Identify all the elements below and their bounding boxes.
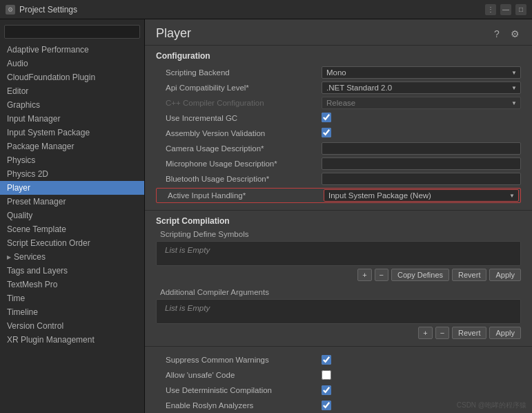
camera-usage-input[interactable] (322, 142, 521, 155)
api-compat-row: Api Compatibility Level* .NET Standard 2… (156, 80, 521, 95)
sidebar-item-cloudfoundation[interactable]: CloudFoundation Plugin (0, 70, 144, 84)
remove-define-button[interactable]: − (375, 269, 388, 281)
api-compat-dropdown[interactable]: .NET Standard 2.0 .NET 4.x (322, 81, 521, 94)
scripting-backend-row: Scripting Backend Mono IL2CPP (156, 65, 521, 80)
remove-compiler-arg-button[interactable]: − (435, 327, 449, 339)
window-icon: ⚙ (6, 5, 15, 15)
revert-defines-button[interactable]: Revert (452, 269, 486, 281)
microphone-usage-row: Microphone Usage Description* (156, 156, 521, 171)
additional-compiler-label: Additional Compiler Arguments (156, 287, 521, 298)
sidebar-item-version-control[interactable]: Version Control (0, 319, 144, 333)
page-title: Player (156, 26, 191, 41)
header-icons: ? ⚙ (491, 28, 521, 40)
sidebar-item-time[interactable]: Time (0, 291, 144, 305)
sidebar-item-physics[interactable]: Physics (0, 153, 144, 167)
sidebar-item-timeline[interactable]: Timeline (0, 305, 144, 319)
configuration-label: Configuration (156, 51, 521, 61)
minimize-button[interactable]: — (500, 4, 511, 15)
incremental-gc-checkbox[interactable] (322, 113, 331, 122)
window-title: Project Settings (19, 5, 77, 15)
active-input-row: Active Input Handling* Input System Pack… (156, 188, 521, 203)
api-compat-label: Api Compatibility Level* (156, 84, 322, 92)
cpp-compiler-row: C++ Compiler Configuration Release Debug… (156, 95, 521, 111)
apply-defines-button[interactable]: Apply (489, 269, 521, 281)
sidebar-item-preset-manager[interactable]: Preset Manager (0, 195, 144, 209)
settings-icon[interactable]: ⚙ (509, 28, 521, 40)
sidebar-item-tags-layers[interactable]: Tags and Layers (0, 264, 144, 278)
incremental-gc-label: Use Incremental GC (156, 114, 322, 122)
help-icon[interactable]: ? (491, 28, 503, 40)
sidebar-item-package-manager[interactable]: Package Manager (0, 140, 144, 153)
sidebar-item-script-execution[interactable]: Script Execution Order (0, 236, 144, 250)
scripting-define-label: Scripting Define Symbols (156, 229, 521, 240)
sidebar-item-physics2d[interactable]: Physics 2D (0, 167, 144, 181)
unsafe-code-row: Allow 'unsafe' Code (156, 367, 521, 383)
camera-usage-row: Camera Usage Description* (156, 141, 521, 156)
sidebar-item-player[interactable]: Player (0, 181, 144, 195)
sidebar-item-input-system[interactable]: Input System Package (0, 126, 144, 140)
sidebar-item-audio[interactable]: Audio (0, 57, 144, 70)
apply-args-button[interactable]: Apply (489, 327, 521, 339)
sidebar-item-adaptive-performance[interactable]: Adaptive Performance (0, 43, 144, 57)
scripting-backend-dropdown[interactable]: Mono IL2CPP (322, 66, 521, 79)
sidebar-item-quality[interactable]: Quality (0, 209, 144, 222)
scripting-backend-label: Scripting Backend (156, 68, 322, 77)
suppress-warnings-row: Suppress Common Warnings (156, 352, 521, 367)
active-input-dropdown-wrapper: Input System Package (New) Input Manager… (324, 189, 519, 202)
api-compat-dropdown-wrapper: .NET Standard 2.0 .NET 4.x (322, 81, 521, 94)
active-input-label: Active Input Handling* (158, 191, 324, 200)
suppress-warnings-label: Suppress Common Warnings (156, 356, 322, 364)
maximize-button[interactable]: □ (515, 4, 526, 15)
sidebar-item-xr-plugin[interactable]: XR Plugin Management (0, 333, 144, 347)
list-empty-2: List is Empty (161, 302, 516, 314)
main-layout: Adaptive Performance Audio CloudFoundati… (0, 19, 532, 413)
assembly-version-checkbox[interactable] (322, 128, 331, 137)
copy-defines-button[interactable]: Copy Defines (391, 269, 449, 281)
content-header: Player ? ⚙ (145, 19, 532, 46)
content-area: Player ? ⚙ Configuration Scripting Backe… (145, 19, 532, 413)
script-toolbar-1: + − Copy Defines Revert Apply (156, 267, 521, 282)
suppress-warnings-checkbox[interactable] (322, 355, 331, 365)
sidebar-item-editor[interactable]: Editor (0, 84, 144, 98)
roslyn-analyzers-checkbox[interactable] (322, 401, 331, 410)
more-options-icon[interactable]: ⋮ (485, 4, 496, 15)
configuration-section: Configuration Scripting Backend Mono IL2… (145, 46, 532, 210)
bluetooth-usage-input[interactable] (322, 173, 521, 185)
assembly-version-label: Assembly Version Validation (156, 129, 322, 137)
incremental-gc-row: Use Incremental GC (156, 111, 521, 126)
incremental-gc-value (322, 113, 521, 124)
assembly-version-value (322, 128, 521, 140)
cpp-compiler-label: C++ Compiler Configuration (156, 99, 322, 107)
unsafe-code-label: Allow 'unsafe' Code (156, 371, 322, 379)
sidebar-item-input-manager[interactable]: Input Manager (0, 112, 144, 126)
sidebar: Adaptive Performance Audio CloudFoundati… (0, 19, 145, 413)
add-define-button[interactable]: + (357, 269, 371, 281)
bottom-checks-section: Suppress Common Warnings Allow 'unsafe' … (145, 346, 532, 413)
list-empty-1: List is Empty (161, 244, 516, 256)
compiler-args-box: List is Empty (156, 299, 521, 324)
cpp-compiler-dropdown-wrapper: Release Debug Master (322, 97, 521, 109)
add-compiler-arg-button[interactable]: + (418, 327, 432, 339)
revert-args-button[interactable]: Revert (452, 327, 486, 339)
bluetooth-usage-row: Bluetooth Usage Description* (156, 171, 521, 186)
title-bar: ⚙ Project Settings ⋮ — □ (0, 0, 532, 19)
microphone-usage-value (322, 157, 521, 170)
roslyn-analyzers-row: Enable Roslyn Analyzers (156, 398, 521, 413)
search-input[interactable] (4, 25, 140, 39)
microphone-usage-input[interactable] (322, 157, 521, 170)
unsafe-code-checkbox[interactable] (322, 370, 331, 380)
sidebar-item-textmesh[interactable]: TextMesh Pro (0, 278, 144, 291)
scripting-backend-dropdown-wrapper: Mono IL2CPP (322, 66, 521, 79)
assembly-version-row: Assembly Version Validation (156, 126, 521, 141)
roslyn-analyzers-label: Enable Roslyn Analyzers (156, 401, 322, 410)
cpp-compiler-dropdown[interactable]: Release Debug Master (322, 97, 521, 109)
sidebar-item-scene-template[interactable]: Scene Template (0, 222, 144, 236)
script-compilation-section: Script Compilation Scripting Define Symb… (145, 210, 532, 346)
camera-usage-value (322, 142, 521, 155)
bluetooth-usage-label: Bluetooth Usage Description* (156, 175, 322, 183)
sidebar-item-services[interactable]: Services (0, 250, 144, 264)
deterministic-checkbox[interactable] (322, 385, 331, 395)
sidebar-item-graphics[interactable]: Graphics (0, 98, 144, 112)
script-toolbar-2: + − Revert Apply (156, 325, 521, 340)
active-input-dropdown[interactable]: Input System Package (New) Input Manager… (324, 189, 519, 202)
